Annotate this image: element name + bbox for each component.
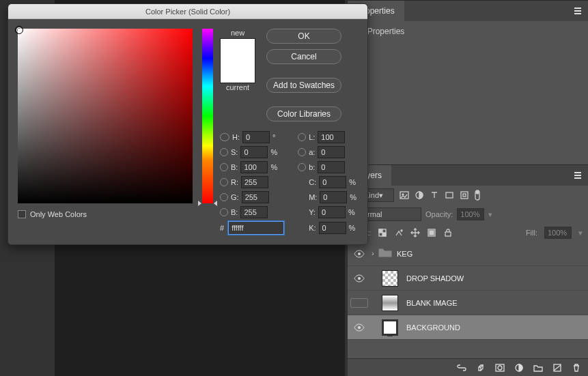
fill-field[interactable]: 100% [544, 227, 572, 239]
fill-label: Fill: [526, 229, 537, 237]
svg-point-19 [498, 366, 502, 370]
color-picker-dialog: Color Picker (Solid Color) Only Web Colo… [8, 3, 368, 245]
svg-rect-13 [430, 231, 434, 235]
delete-layer-icon[interactable] [572, 363, 581, 373]
layer-name-label: BLANK IMAGE [406, 299, 458, 307]
no-properties-label: No Properties [348, 21, 588, 42]
hue-field[interactable] [242, 131, 270, 143]
b-radio[interactable] [220, 208, 228, 216]
saturation-brightness-field[interactable] [18, 29, 193, 203]
labb-field[interactable] [318, 161, 345, 173]
svg-point-11 [401, 230, 402, 231]
filter-type-icon[interactable] [430, 190, 439, 200]
a-field[interactable] [318, 146, 345, 158]
g-radio[interactable] [220, 193, 228, 201]
new-color-swatch[interactable] [221, 39, 255, 61]
filter-image-icon[interactable] [400, 190, 409, 200]
layer-thumbnail [382, 270, 398, 287]
svg-rect-14 [445, 232, 451, 236]
lock-all-icon[interactable] [443, 228, 453, 237]
folder-icon [378, 246, 393, 261]
add-to-swatches-button[interactable]: Add to Swatches [266, 78, 341, 93]
cancel-button[interactable]: Cancel [266, 49, 341, 64]
b-field[interactable] [240, 206, 268, 218]
filter-smartobj-icon[interactable] [460, 190, 469, 200]
hue-indicator-icon [214, 201, 217, 206]
link-layers-icon[interactable] [457, 363, 466, 373]
hue-slider[interactable] [202, 29, 213, 203]
sat-radio[interactable] [220, 148, 228, 156]
layer-name-label: BACKGROUND [406, 323, 460, 332]
svg-point-17 [358, 326, 361, 329]
svg-rect-9 [379, 229, 382, 233]
picker-cursor[interactable] [15, 26, 23, 34]
svg-rect-5 [463, 194, 466, 197]
filter-toggle-icon[interactable] [475, 190, 480, 201]
layers-panel: Layers Kind ▾ Normal Opacity: 100% ▾ Loc… [348, 164, 588, 376]
svg-point-7 [476, 191, 479, 194]
filter-adjustment-icon[interactable] [415, 190, 424, 200]
l-field[interactable] [318, 131, 345, 143]
svg-rect-10 [382, 233, 386, 236]
hex-field[interactable] [228, 221, 284, 235]
layer-thumbnail [382, 295, 398, 311]
bright-radio[interactable] [220, 163, 228, 171]
opacity-field[interactable]: 100% [457, 208, 484, 220]
r-radio[interactable] [220, 178, 228, 186]
hue-indicator-icon [198, 201, 201, 206]
m-field[interactable] [320, 191, 347, 203]
current-color-label: current [226, 83, 249, 91]
layer-mask-icon[interactable] [495, 363, 505, 373]
web-colors-checkbox[interactable] [18, 210, 26, 218]
layer-row[interactable]: DROP SHADOW [348, 266, 588, 291]
properties-panel: Properties No Properties [348, 0, 588, 164]
layer-row[interactable]: BACKGROUND [348, 315, 588, 340]
layer-row[interactable]: BLANK IMAGE [348, 291, 588, 315]
lock-transparent-icon[interactable] [378, 228, 387, 237]
layer-name-label: DROP SHADOW [406, 274, 464, 283]
new-layer-icon[interactable] [552, 363, 562, 373]
lock-position-icon[interactable] [410, 228, 420, 237]
disclosure-icon[interactable]: › [368, 250, 378, 257]
layer-name-label: KEG [397, 250, 412, 258]
new-color-label: new [231, 29, 244, 37]
c-field[interactable] [319, 176, 346, 188]
l-radio[interactable] [298, 133, 306, 141]
filter-shape-icon[interactable] [445, 190, 454, 200]
lock-artboard-icon[interactable] [427, 228, 436, 237]
svg-point-1 [402, 194, 404, 195]
new-adjustment-icon[interactable] [514, 363, 524, 373]
svg-rect-3 [446, 192, 453, 198]
bright-field[interactable] [240, 161, 268, 173]
current-color-swatch[interactable] [221, 61, 255, 83]
visibility-empty-icon[interactable] [350, 298, 368, 308]
r-field[interactable] [241, 176, 268, 188]
visibility-eye-icon[interactable] [350, 250, 368, 258]
color-libraries-button[interactable]: Color Libraries [266, 106, 341, 121]
svg-point-16 [358, 277, 361, 280]
y-field[interactable] [318, 206, 346, 218]
web-colors-label: Only Web Colors [30, 210, 87, 218]
layer-row[interactable]: ›KEG [348, 242, 588, 266]
hue-radio[interactable] [220, 133, 229, 141]
dialog-title: Color Picker (Solid Color) [8, 4, 367, 19]
svg-point-15 [358, 252, 361, 255]
panel-menu-icon[interactable] [570, 3, 585, 18]
lock-image-icon[interactable] [394, 228, 404, 237]
visibility-eye-icon[interactable] [350, 274, 368, 283]
layer-style-icon[interactable] [476, 363, 486, 373]
sat-field[interactable] [240, 146, 268, 158]
g-field[interactable] [242, 191, 269, 203]
layer-thumbnail [382, 319, 398, 336]
svg-rect-4 [461, 192, 468, 199]
ok-button[interactable]: OK [266, 29, 341, 44]
new-group-icon[interactable] [533, 363, 543, 373]
k-field[interactable] [319, 222, 346, 234]
labb-radio[interactable] [298, 163, 306, 171]
opacity-label: Opacity: [425, 210, 453, 218]
visibility-eye-icon[interactable] [350, 323, 368, 332]
a-radio[interactable] [298, 148, 306, 156]
panel-menu-icon[interactable] [570, 168, 585, 183]
